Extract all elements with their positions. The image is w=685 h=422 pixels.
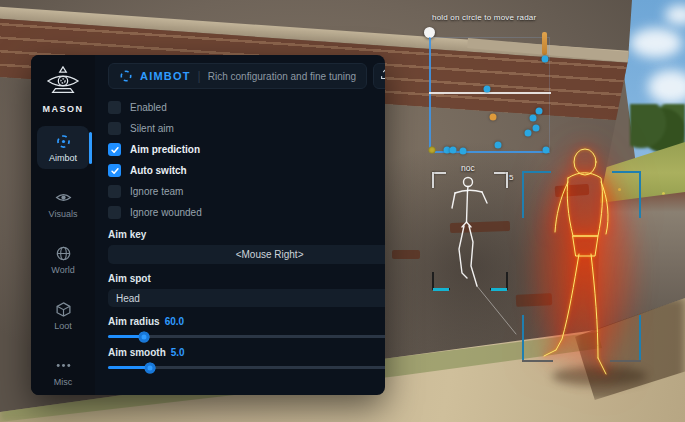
- radar-marker-bar: [542, 32, 547, 55]
- radar-blue-dot: [530, 115, 537, 122]
- sidebar-item-world[interactable]: World: [37, 238, 89, 281]
- sidebar-item-label: Misc: [54, 377, 73, 387]
- game-screen: hold on circle to move radar noc 5: [0, 0, 685, 422]
- globe-icon: [55, 245, 72, 262]
- crosshair-icon: [55, 133, 72, 150]
- title-divider: |: [198, 69, 201, 83]
- mason-logo-icon: [44, 65, 82, 101]
- tab-subtitle: Rich configuration and fine tuning: [208, 71, 356, 82]
- sidebar-item-label: World: [51, 265, 74, 275]
- brand: MASON: [43, 65, 84, 114]
- menu-content: AIMBOT | Rich configuration and fine tun…: [95, 55, 385, 395]
- slider-value: 60.0: [165, 316, 184, 327]
- aim-spot-value: Head: [116, 293, 140, 304]
- radar-blue-dot: [536, 108, 543, 115]
- crosshair-icon: [119, 69, 133, 83]
- radar-panel[interactable]: [429, 37, 550, 153]
- radar-blue-dot: [460, 148, 467, 155]
- cheat-menu-window: MASON AimbotVisualsWorldLootMiscSettings…: [31, 55, 385, 395]
- import-config-button[interactable]: [373, 63, 385, 89]
- sidebar-item-label: Loot: [54, 321, 72, 331]
- sidebar-item-loot[interactable]: Loot: [37, 294, 89, 337]
- tab-title: AIMBOT: [140, 70, 191, 82]
- checkbox-checked-icon[interactable]: [108, 143, 121, 156]
- eye-icon: [55, 189, 72, 206]
- radar-yellow-dot: [429, 147, 436, 154]
- brand-name: MASON: [43, 104, 84, 114]
- aim-key-label: Aim key: [108, 229, 385, 240]
- aim-key-value: <Mouse Right>: [236, 249, 304, 260]
- sidebar-item-label: Visuals: [49, 209, 78, 219]
- toggle-silent-aim[interactable]: Silent aim: [108, 122, 385, 135]
- radar-blue-dot: [525, 130, 532, 137]
- slider-track[interactable]: [108, 366, 385, 369]
- upload-icon: [379, 67, 385, 85]
- toggle-label: Silent aim: [130, 123, 174, 134]
- radar-blue-dot: [495, 142, 502, 149]
- checkbox-unchecked[interactable]: [108, 185, 121, 198]
- radar-blue-dot: [542, 56, 549, 63]
- toggle-label: Aim prediction: [130, 144, 200, 155]
- toggle-label: Auto switch: [130, 165, 187, 176]
- radar-blue-dot: [450, 147, 457, 154]
- toggle-aim-prediction[interactable]: Aim prediction: [108, 143, 385, 156]
- tab-title-pill: AIMBOT | Rich configuration and fine tun…: [108, 63, 367, 89]
- slider-handle[interactable]: [145, 362, 156, 373]
- toggle-auto-switch[interactable]: Auto switch: [108, 164, 385, 177]
- radar-blue-dot: [533, 125, 540, 132]
- radar-axis-line: [429, 92, 551, 94]
- sidebar-item-misc[interactable]: Misc: [37, 350, 89, 393]
- sidebar: MASON AimbotVisualsWorldLootMiscSettings: [31, 55, 95, 395]
- slider-track[interactable]: [108, 335, 385, 338]
- checkbox-unchecked[interactable]: [108, 122, 121, 135]
- slider-aim-radius: Aim radius60.0: [108, 316, 385, 338]
- sidebar-item-aimbot[interactable]: Aimbot: [37, 126, 89, 169]
- toggle-ignore-team[interactable]: Ignore team: [108, 185, 385, 198]
- aim-spot-select[interactable]: Head: [108, 289, 385, 307]
- radar-blue-dot: [543, 147, 550, 154]
- tab-header: AIMBOT | Rich configuration and fine tun…: [108, 63, 385, 89]
- toggle-label: Enabled: [130, 102, 167, 113]
- checkbox-unchecked[interactable]: [108, 101, 121, 114]
- slider-aim-smooth: Aim smooth5.0: [108, 347, 385, 369]
- toggle-enabled[interactable]: Enabled: [108, 101, 385, 114]
- slider-value: 5.0: [171, 347, 185, 358]
- sidebar-item-visuals[interactable]: Visuals: [37, 182, 89, 225]
- radar-hint-text: hold on circle to move radar: [432, 13, 536, 22]
- cloud: [630, 28, 682, 58]
- toggle-ignore-wounded[interactable]: Ignore wounded: [108, 206, 385, 219]
- cube-icon: [55, 301, 72, 318]
- toggle-label: Ignore wounded: [130, 207, 202, 218]
- skeleton-esp: [438, 172, 518, 342]
- aim-spot-label: Aim spot: [108, 273, 385, 284]
- aim-key-button[interactable]: <Mouse Right>: [108, 245, 385, 264]
- sidebar-item-label: Aimbot: [49, 153, 77, 163]
- active-tab-indicator: [89, 132, 92, 164]
- slider-handle[interactable]: [138, 331, 149, 342]
- checkbox-checked-icon[interactable]: [108, 164, 121, 177]
- dots-icon: [55, 357, 72, 374]
- sidebar-nav: AimbotVisualsWorldLootMiscSettings: [31, 126, 95, 395]
- radar-orange-dot: [490, 114, 497, 121]
- toggle-label: Ignore team: [130, 186, 183, 197]
- slider-label: Aim radius: [108, 316, 160, 327]
- checkbox-unchecked[interactable]: [108, 206, 121, 219]
- slider-label: Aim smooth: [108, 347, 166, 358]
- radar-blue-dot: [484, 86, 491, 93]
